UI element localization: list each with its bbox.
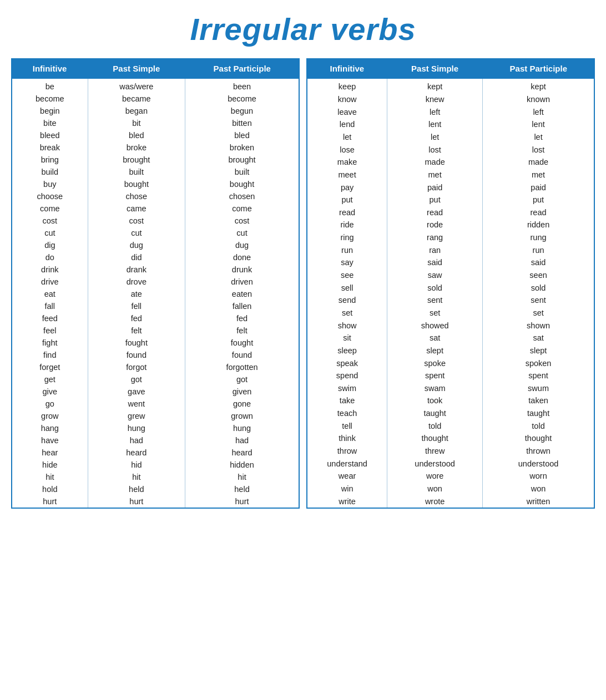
table-row: wearworeworn [307, 470, 594, 483]
right-col-infinitive: Infinitive [307, 59, 387, 78]
table-row: feelfeltfelt [12, 324, 299, 337]
table-row: swimswamswum [307, 382, 594, 394]
list-item: sell [307, 281, 387, 294]
list-item: come [12, 202, 88, 215]
list-item: done [185, 251, 299, 263]
table-row: throwthrewthrown [307, 445, 594, 458]
list-item: hung [185, 422, 299, 434]
table-row: sleepsleptslept [307, 344, 594, 357]
table-row: hearheardheard [12, 447, 299, 459]
list-item: hold [12, 483, 88, 495]
list-item: understood [387, 457, 483, 470]
table-row: fallfellfallen [12, 300, 299, 312]
list-item: thought [387, 432, 483, 445]
right-header-row: Infinitive Past Simple Past Participle [307, 59, 594, 78]
table-row: rideroderidden [307, 219, 594, 231]
list-item: got [88, 373, 185, 385]
table-row: leaveleftleft [307, 105, 594, 118]
list-item: hurt [12, 495, 88, 508]
list-item: knew [387, 93, 483, 106]
list-item: tell [307, 419, 387, 432]
list-item: have [12, 434, 88, 447]
list-item: see [307, 269, 387, 282]
table-row: cutcutcut [12, 227, 299, 239]
list-item: set [387, 307, 483, 319]
list-item: hid [88, 459, 185, 471]
list-item: swum [483, 382, 594, 394]
list-item: drunk [185, 263, 299, 276]
list-item: spent [483, 369, 594, 382]
right-col-past-participle: Past Participle [483, 59, 594, 78]
list-item: hide [12, 459, 88, 471]
list-item: brought [88, 154, 185, 166]
list-item: lent [387, 118, 483, 131]
list-item: feel [12, 324, 88, 337]
list-item: felt [88, 324, 185, 337]
list-item: wear [307, 470, 387, 483]
list-item: feed [12, 312, 88, 324]
list-item: bled [185, 129, 299, 141]
table-row: ringrangrung [307, 231, 594, 244]
table-row: sendsentsent [307, 294, 594, 307]
list-item: wore [387, 470, 483, 483]
list-item: was/were [88, 78, 185, 93]
list-item: fallen [185, 300, 299, 312]
list-item: taught [387, 407, 483, 420]
list-item: told [387, 419, 483, 432]
list-item: became [88, 93, 185, 105]
list-item: find [12, 349, 88, 361]
list-item: speak [307, 357, 387, 369]
list-item: bitten [185, 117, 299, 129]
list-item: paid [387, 181, 483, 194]
list-item: came [88, 202, 185, 215]
list-item: dug [185, 239, 299, 251]
table-row: eatateeaten [12, 288, 299, 300]
table-row: paypaidpaid [307, 181, 594, 194]
list-item: rode [387, 219, 483, 231]
table-row: writewrotewritten [307, 495, 594, 508]
list-item: think [307, 432, 387, 445]
list-item: bite [12, 117, 88, 129]
table-row: lendlentlent [307, 118, 594, 131]
list-item: went [88, 398, 185, 410]
list-item: left [483, 105, 594, 118]
list-item: cost [12, 215, 88, 227]
list-item: hung [88, 422, 185, 434]
list-item: lost [387, 143, 483, 156]
list-item: found [88, 349, 185, 361]
list-item: worn [483, 470, 594, 483]
list-item: left [387, 105, 483, 118]
list-item: forgotten [185, 361, 299, 373]
table-row: seesawseen [307, 269, 594, 282]
list-item: swam [387, 382, 483, 394]
list-item: hidden [185, 459, 299, 471]
table-row: costcostcost [12, 215, 299, 227]
left-col-past-simple: Past Simple [88, 59, 185, 78]
list-item: hang [12, 422, 88, 434]
list-item: fell [88, 300, 185, 312]
right-col-past-simple: Past Simple [387, 59, 483, 78]
list-item: found [185, 349, 299, 361]
list-item: run [483, 244, 594, 256]
table-row: hurthurthurt [12, 495, 299, 508]
list-item: let [483, 131, 594, 144]
list-item: sat [483, 332, 594, 344]
list-item: lend [307, 118, 387, 131]
table-row: breakbrokebroken [12, 141, 299, 154]
list-item: set [483, 307, 594, 319]
list-item: won [483, 483, 594, 495]
list-item: understood [483, 457, 594, 470]
table-row: winwonwon [307, 483, 594, 495]
list-item: come [185, 202, 299, 215]
list-item: shown [483, 319, 594, 332]
list-item: showed [387, 319, 483, 332]
list-item: hear [12, 447, 88, 459]
list-item: built [88, 166, 185, 178]
list-item: gave [88, 385, 185, 398]
list-item: do [12, 251, 88, 263]
list-item: seen [483, 269, 594, 282]
table-row: sellsoldsold [307, 281, 594, 294]
list-item: rung [483, 231, 594, 244]
list-item: met [483, 169, 594, 181]
table-row: fightfoughtfought [12, 337, 299, 349]
